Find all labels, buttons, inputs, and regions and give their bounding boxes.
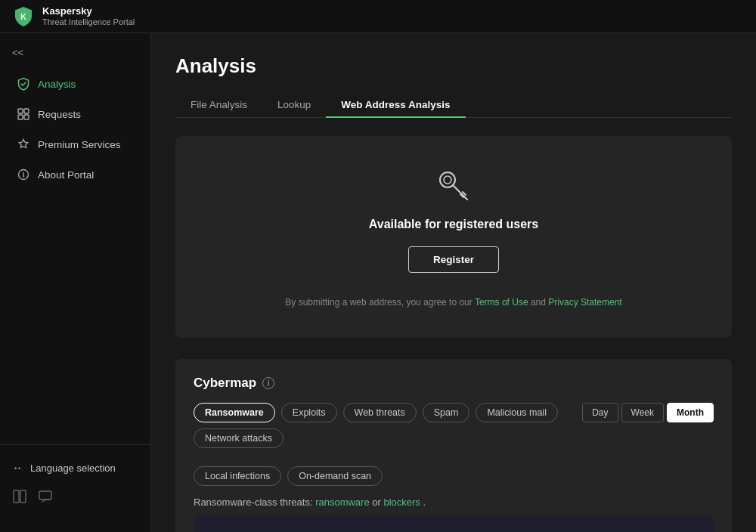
svg-rect-3 [18,115,23,119]
main-content: Analysis File Analysis Lookup Web Addres… [151,33,756,532]
sidebar-item-analysis[interactable]: Analysis [5,70,146,98]
sidebar-collapse-button[interactable]: << [0,42,150,69]
filter-row-primary: Ransomware Exploits Web threats Spam Mal… [194,403,582,448]
registration-card: Available for registered users Register … [175,136,732,338]
grid-icon [17,107,30,121]
sidebar-premium-label: Premium Services [38,139,121,150]
privacy-link[interactable]: Privacy Statement [548,297,621,308]
sidebar-item-about[interactable]: About Portal [5,160,146,189]
sidebar: << Analysis Requests [0,33,151,532]
tab-file-analysis[interactable]: File Analysis [175,93,262,118]
filter-group: Ransomware Exploits Web threats Spam Mal… [194,403,714,457]
sidebar-item-requests[interactable]: Requests [5,100,146,128]
kaspersky-logo-icon: K [12,5,35,28]
filter-exploits[interactable]: Exploits [281,403,337,422]
filter-on-demand-scan[interactable]: On-demand scan [287,466,383,486]
topbar-text: Kaspersky Threat Intelligence Portal [42,5,135,27]
page-title: Analysis [175,54,732,78]
filter-network-attacks[interactable]: Network attacks [194,428,284,448]
card-title: Available for registered users [194,218,714,231]
tabs: File Analysis Lookup Web Address Analysi… [175,93,732,118]
filter-ransomware[interactable]: Ransomware [194,403,275,422]
threats-text: Ransomware-class threats: ransomware or … [194,496,714,508]
svg-rect-6 [14,490,19,503]
company-name: Kaspersky [42,5,135,17]
svg-rect-7 [20,490,26,503]
cybermap-info-icon[interactable]: i [262,377,274,389]
tab-lookup[interactable]: Lookup [262,93,326,118]
svg-text:K: K [20,12,26,21]
star-icon [17,138,30,151]
filter-local-infections[interactable]: Local infections [194,466,281,486]
svg-rect-8 [39,491,51,500]
topbar: K Kaspersky Threat Intelligence Portal [0,0,756,33]
filter-malicious-mail[interactable]: Malicious mail [476,403,558,422]
filter-spam[interactable]: Spam [423,403,470,422]
language-label: Language selection [30,462,116,474]
language-arrows-icon: ↔ [12,462,23,474]
register-button[interactable]: Register [408,246,499,273]
sidebar-analysis-label: Analysis [38,79,76,90]
time-month[interactable]: Month [667,403,714,422]
map-preview: Canada [194,515,714,532]
time-week[interactable]: Week [621,403,664,422]
layout-icon[interactable] [12,489,27,506]
svg-rect-4 [24,115,29,119]
svg-rect-1 [18,109,23,113]
info-icon [17,168,30,181]
svg-point-10 [444,176,451,184]
logo: K Kaspersky Threat Intelligence Portal [12,5,135,28]
product-name: Threat Intelligence Portal [42,17,135,27]
chat-icon[interactable] [38,489,53,506]
second-filter-row: Local infections On-demand scan [194,466,714,486]
cybermap-section: Cybermap i Ransomware Exploits Web threa… [175,359,732,532]
sidebar-bottom: ↔ Language selection [0,444,150,523]
blockers-link[interactable]: blockers [383,496,420,508]
sidebar-requests-label: Requests [38,109,81,120]
cybermap-title: Cybermap i [194,376,714,391]
card-note: By submitting a web address, you agree t… [194,297,714,308]
sidebar-about-label: About Portal [38,169,94,181]
terms-link[interactable]: Terms of Use [475,297,528,308]
language-selection[interactable]: ↔ Language selection [0,454,150,481]
shield-icon [17,77,30,91]
ransomware-link[interactable]: ransomware [315,496,370,508]
tab-web-address-analysis[interactable]: Web Address Analysis [326,93,465,118]
filter-web-threats[interactable]: Web threats [343,403,417,422]
key-icon [194,166,714,206]
time-row: Day Week Month [582,403,714,422]
sidebar-footer-icons [0,481,150,514]
time-day[interactable]: Day [582,403,618,422]
svg-rect-2 [24,109,29,113]
sidebar-item-premium[interactable]: Premium Services [5,130,146,159]
